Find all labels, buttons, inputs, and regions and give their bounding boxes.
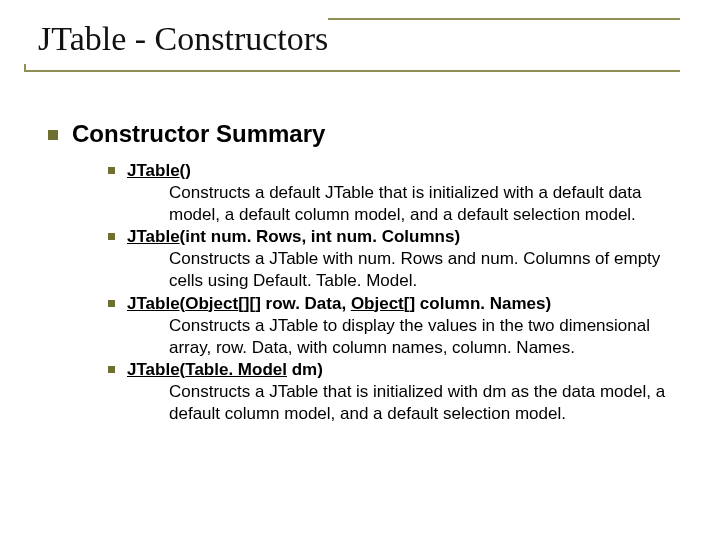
constructor-params: () <box>180 161 191 180</box>
title-block: JTable - Constructors <box>24 14 680 64</box>
bullet-icon <box>108 233 115 240</box>
constructor-signature: JTable() <box>127 161 191 180</box>
constructor-params: (int num. Rows, int num. Columns) <box>180 227 460 246</box>
constructor-name-link[interactable]: JTable <box>127 360 180 379</box>
constructor-signature: JTable(Table. Model dm) <box>127 360 323 379</box>
constructor-entry: JTable(int num. Rows, int num. Columns) … <box>127 226 676 292</box>
constructor-name-link[interactable]: JTable <box>127 227 180 246</box>
bullet-icon <box>108 366 115 373</box>
slide: JTable - Constructors Constructor Summar… <box>0 0 720 540</box>
constructor-list: JTable() Constructs a default JTable tha… <box>108 160 676 425</box>
list-item: JTable(Object[][] row. Data, Object[] co… <box>108 293 676 359</box>
constructor-name-link[interactable]: JTable <box>127 161 180 180</box>
list-item: JTable(Table. Model dm) Constructs a JTa… <box>108 359 676 425</box>
constructor-description: Constructs a JTable to display the value… <box>169 315 676 359</box>
section-heading-row: Constructor Summary <box>48 120 676 148</box>
list-item: JTable() Constructs a default JTable tha… <box>108 160 676 226</box>
constructor-name-link[interactable]: JTable <box>127 294 180 313</box>
title-rule <box>24 70 680 72</box>
constructor-description: Constructs a default JTable that is init… <box>169 182 676 226</box>
page-title: JTable - Constructors <box>24 14 328 64</box>
slide-body: Constructor Summary JTable() Constructs … <box>48 120 676 425</box>
constructor-description: Constructs a JTable that is initialized … <box>169 381 676 425</box>
constructor-signature: JTable(int num. Rows, int num. Columns) <box>127 227 460 246</box>
bullet-icon <box>48 130 58 140</box>
constructor-entry: JTable() Constructs a default JTable tha… <box>127 160 676 226</box>
list-item: JTable(int num. Rows, int num. Columns) … <box>108 226 676 292</box>
constructor-signature: JTable(Object[][] row. Data, Object[] co… <box>127 294 551 313</box>
constructor-params: (Table. Model dm) <box>180 360 323 379</box>
type-link-object[interactable]: Object <box>185 294 238 313</box>
type-link-tablemodel[interactable]: Table. Model <box>185 360 287 379</box>
section-heading: Constructor Summary <box>72 120 325 148</box>
bullet-icon <box>108 300 115 307</box>
constructor-entry: JTable(Table. Model dm) Constructs a JTa… <box>127 359 676 425</box>
bullet-icon <box>108 167 115 174</box>
type-link-object[interactable]: Object <box>351 294 404 313</box>
constructor-entry: JTable(Object[][] row. Data, Object[] co… <box>127 293 676 359</box>
constructor-params: (Object[][] row. Data, Object[] column. … <box>180 294 552 313</box>
constructor-description: Constructs a JTable with num. Rows and n… <box>169 248 676 292</box>
